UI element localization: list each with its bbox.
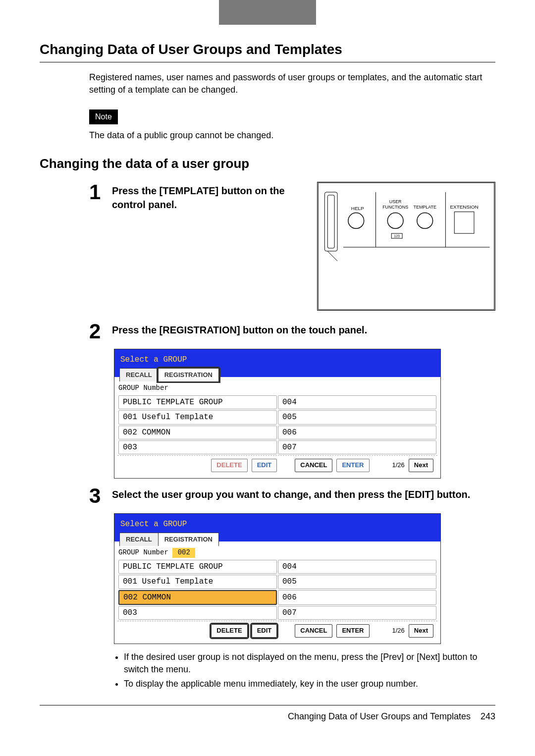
control-panel-figure: HELP USER FUNCTIONS TEMPLATE EXTENSION 1… <box>317 182 495 314</box>
group-row[interactable]: 005 <box>278 575 436 589</box>
step-text: Select the user group you want to change… <box>112 486 495 501</box>
step3-tips: If the desired user group is not display… <box>124 651 495 691</box>
group-row[interactable]: 003 <box>118 606 277 620</box>
top-accent-bar <box>0 0 535 25</box>
intro-paragraph: Registered names, user names and passwor… <box>89 71 490 96</box>
touch-panel-step3: Select a GROUP RECALL REGISTRATION GROUP… <box>114 513 441 644</box>
step-number: 3 <box>89 486 112 506</box>
next-button[interactable]: Next <box>409 459 433 472</box>
help-label: HELP <box>351 205 364 211</box>
control-panel-svg: HELP USER FUNCTIONS TEMPLATE EXTENSION 1… <box>317 182 495 311</box>
group-number-label: GROUP Number <box>118 548 168 556</box>
group-row[interactable]: 001 Useful Template <box>118 410 277 424</box>
delete-button[interactable]: DELETE <box>211 459 247 472</box>
tab-registration[interactable]: REGISTRATION <box>158 533 219 546</box>
step-1: 1 Press the [TEMPLATE] button on the con… <box>40 182 495 314</box>
enter-button[interactable]: ENTER <box>336 624 369 637</box>
svg-text:FUNCTIONS: FUNCTIONS <box>382 204 408 209</box>
subsection-heading: Changing the data of a user group <box>40 155 495 172</box>
page-indicator: 1/26 <box>392 626 405 635</box>
tip-item: If the desired user group is not display… <box>124 651 495 676</box>
group-table: PUBLIC TEMPLATE GROUP 004 001 Useful Tem… <box>117 394 437 456</box>
touch-panel-step2: Select a GROUP RECALL REGISTRATION GROUP… <box>114 349 441 479</box>
group-row[interactable]: 002 COMMON <box>118 426 277 439</box>
group-row[interactable]: 001 Useful Template <box>118 575 277 589</box>
group-row[interactable]: 007 <box>278 440 436 454</box>
step-number: 2 <box>89 321 112 342</box>
tab-registration[interactable]: REGISTRATION <box>158 368 219 381</box>
step-2: 2 Press the [REGISTRATION] button on the… <box>40 321 495 342</box>
group-row[interactable]: 003 <box>118 440 277 454</box>
cancel-button[interactable]: CANCEL <box>295 459 332 472</box>
footer-title: Changing Data of User Groups and Templat… <box>288 711 471 721</box>
group-number-label: GROUP Number <box>118 384 168 392</box>
step-number: 1 <box>89 182 112 203</box>
page-footer: Changing Data of User Groups and Templat… <box>40 705 495 723</box>
tab-recall[interactable]: RECALL <box>119 533 159 546</box>
tab-recall[interactable]: RECALL <box>119 368 159 381</box>
group-row[interactable]: 004 <box>278 560 436 574</box>
footer-page-number: 243 <box>481 711 495 721</box>
tip-item: To display the applicable menu immediate… <box>124 678 495 690</box>
group-row[interactable]: 004 <box>278 395 436 409</box>
svg-text:EXTENSION: EXTENSION <box>450 204 478 209</box>
note-text: The data of a public group cannot be cha… <box>89 129 490 142</box>
enter-button[interactable]: ENTER <box>336 459 369 472</box>
note-badge: Note <box>89 109 118 124</box>
group-number-value[interactable]: 002 <box>172 548 195 558</box>
svg-rect-0 <box>318 183 494 310</box>
svg-text:123: 123 <box>394 234 400 238</box>
title-underline <box>40 62 495 62</box>
group-row[interactable]: 005 <box>278 410 436 424</box>
page-indicator: 1/26 <box>392 461 405 470</box>
edit-button[interactable]: EDIT <box>252 459 277 472</box>
step-text: Press the [TEMPLATE] button on the contr… <box>112 182 317 212</box>
section-title: Changing Data of User Groups and Templat… <box>40 40 495 59</box>
group-row[interactable]: 006 <box>278 590 436 605</box>
svg-text:USER: USER <box>389 199 402 204</box>
step-3: 3 Select the user group you want to chan… <box>40 486 495 506</box>
delete-button[interactable]: DELETE <box>211 624 247 637</box>
cancel-button[interactable]: CANCEL <box>295 624 332 637</box>
step-text: Press the [REGISTRATION] button on the t… <box>112 321 495 337</box>
group-row[interactable]: 007 <box>278 606 436 620</box>
svg-text:TEMPLATE: TEMPLATE <box>413 204 436 209</box>
next-button[interactable]: Next <box>409 624 433 637</box>
edit-button[interactable]: EDIT <box>252 624 277 637</box>
group-table: PUBLIC TEMPLATE GROUP 004 001 Useful Tem… <box>117 559 437 621</box>
group-row[interactable]: PUBLIC TEMPLATE GROUP <box>118 395 277 409</box>
group-row[interactable]: PUBLIC TEMPLATE GROUP <box>118 560 277 574</box>
group-row-selected[interactable]: 002 COMMON <box>118 590 277 605</box>
group-row[interactable]: 006 <box>278 426 436 439</box>
